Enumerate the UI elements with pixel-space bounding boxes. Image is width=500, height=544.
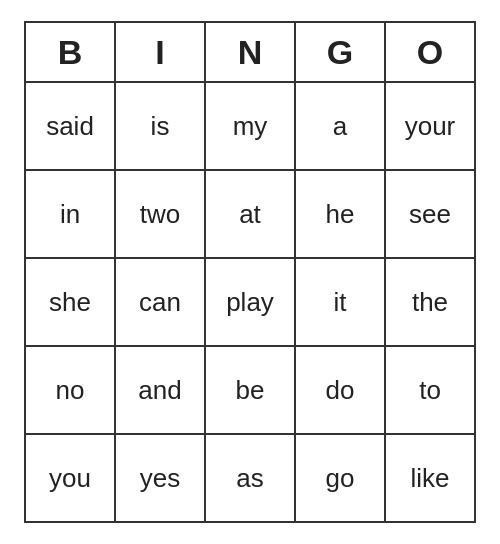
bingo-cell-2-0: she — [26, 259, 116, 347]
bingo-cell-4-3: go — [296, 435, 386, 523]
bingo-cell-1-4: see — [386, 171, 476, 259]
bingo-cell-3-3: do — [296, 347, 386, 435]
header-cell-o: O — [386, 23, 476, 83]
bingo-row-4: youyesasgolike — [26, 435, 476, 523]
bingo-cell-3-0: no — [26, 347, 116, 435]
bingo-cell-2-1: can — [116, 259, 206, 347]
bingo-cell-0-4: your — [386, 83, 476, 171]
bingo-row-1: intwoathesee — [26, 171, 476, 259]
bingo-cell-2-3: it — [296, 259, 386, 347]
bingo-cell-4-0: you — [26, 435, 116, 523]
bingo-cell-4-2: as — [206, 435, 296, 523]
bingo-cell-3-4: to — [386, 347, 476, 435]
bingo-cell-0-0: said — [26, 83, 116, 171]
bingo-cell-0-1: is — [116, 83, 206, 171]
header-cell-g: G — [296, 23, 386, 83]
header-cell-n: N — [206, 23, 296, 83]
bingo-cell-2-4: the — [386, 259, 476, 347]
header-cell-b: B — [26, 23, 116, 83]
bingo-cell-0-2: my — [206, 83, 296, 171]
bingo-cell-2-2: play — [206, 259, 296, 347]
bingo-cell-4-1: yes — [116, 435, 206, 523]
header-cell-i: I — [116, 23, 206, 83]
bingo-cell-1-0: in — [26, 171, 116, 259]
bingo-cell-4-4: like — [386, 435, 476, 523]
bingo-cell-0-3: a — [296, 83, 386, 171]
bingo-row-0: saidismyayour — [26, 83, 476, 171]
bingo-cell-1-3: he — [296, 171, 386, 259]
bingo-row-3: noandbedoto — [26, 347, 476, 435]
bingo-cell-3-2: be — [206, 347, 296, 435]
bingo-cell-1-2: at — [206, 171, 296, 259]
bingo-cell-3-1: and — [116, 347, 206, 435]
bingo-card: BINGOsaidismyayourintwoatheseeshecanplay… — [24, 21, 476, 523]
bingo-row-2: shecanplayitthe — [26, 259, 476, 347]
bingo-header-row: BINGO — [26, 23, 476, 83]
bingo-cell-1-1: two — [116, 171, 206, 259]
